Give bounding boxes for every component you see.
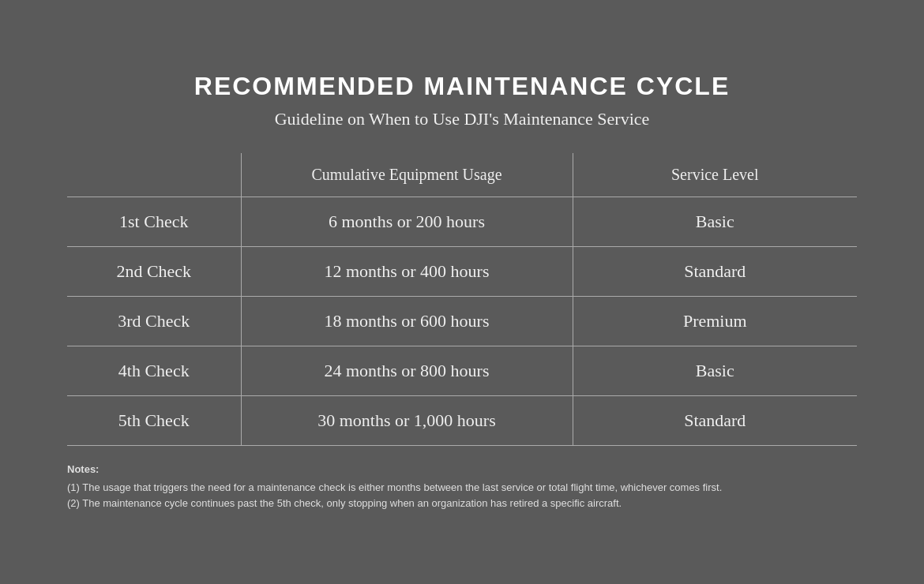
service-level: Premium [573, 296, 857, 346]
main-container: RECOMMENDED MAINTENANCE CYCLE Guideline … [28, 40, 896, 544]
check-label: 1st Check [67, 197, 241, 246]
usage-value: 24 months or 800 hours [241, 346, 573, 395]
maintenance-table: Cumulative Equipment Usage Service Level… [67, 153, 857, 446]
service-level: Basic [573, 197, 857, 246]
usage-value: 18 months or 600 hours [241, 296, 573, 346]
notes-line1: (1) The usage that triggers the need for… [67, 480, 857, 496]
table-row: 4th Check24 months or 800 hoursBasic [67, 346, 857, 395]
notes-title: Notes: [67, 462, 857, 478]
service-level: Standard [573, 246, 857, 296]
notes-section: Notes: (1) The usage that triggers the n… [67, 462, 857, 512]
subtitle: Guideline on When to Use DJI's Maintenan… [67, 109, 857, 129]
table-row: 1st Check6 months or 200 hoursBasic [67, 197, 857, 246]
usage-value: 30 months or 1,000 hours [241, 395, 573, 445]
check-label: 5th Check [67, 395, 241, 445]
check-label: 2nd Check [67, 246, 241, 296]
service-level: Basic [573, 346, 857, 395]
col-header-usage: Cumulative Equipment Usage [241, 153, 573, 197]
table-row: 2nd Check12 months or 400 hoursStandard [67, 246, 857, 296]
check-label: 3rd Check [67, 296, 241, 346]
service-level: Standard [573, 395, 857, 445]
main-title: RECOMMENDED MAINTENANCE CYCLE [67, 72, 857, 101]
check-label: 4th Check [67, 346, 241, 395]
notes-line2: (2) The maintenance cycle continues past… [67, 496, 857, 512]
col-header-check [67, 153, 241, 197]
table-header-row: Cumulative Equipment Usage Service Level [67, 153, 857, 197]
table-row: 5th Check30 months or 1,000 hoursStandar… [67, 395, 857, 445]
table-wrapper: Cumulative Equipment Usage Service Level… [67, 153, 857, 446]
usage-value: 6 months or 200 hours [241, 197, 573, 246]
col-header-level: Service Level [573, 153, 857, 197]
table-row: 3rd Check18 months or 600 hoursPremium [67, 296, 857, 346]
usage-value: 12 months or 400 hours [241, 246, 573, 296]
